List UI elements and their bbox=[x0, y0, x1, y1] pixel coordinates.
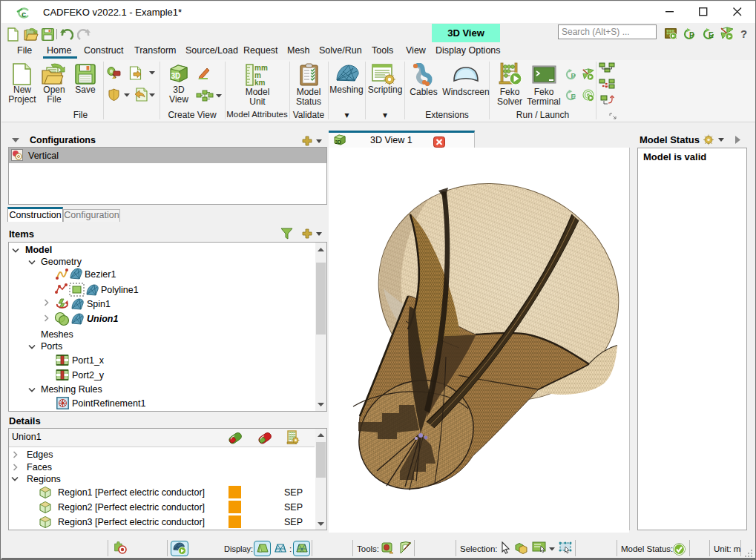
svg-text:E: E bbox=[709, 31, 714, 39]
svg-text:E: E bbox=[571, 93, 576, 100]
svg-text:3D: 3D bbox=[335, 139, 342, 145]
svg-text:km: km bbox=[254, 79, 266, 87]
svg-text:c: c bbox=[22, 10, 26, 19]
svg-text:P: P bbox=[689, 31, 694, 39]
svg-text:3D: 3D bbox=[171, 72, 181, 80]
svg-text:P: P bbox=[571, 72, 576, 79]
